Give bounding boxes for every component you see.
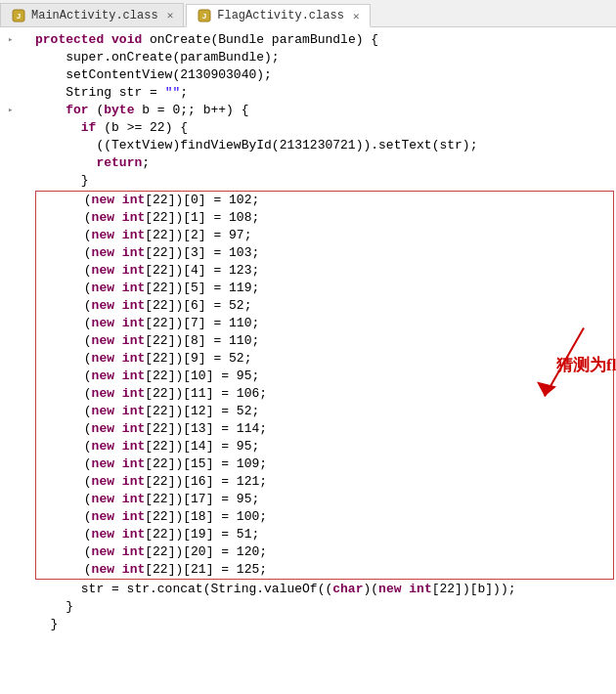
code-line-16: (new int[22])[6] = 52; bbox=[36, 297, 613, 315]
code-line-25: (new int[22])[15] = 109; bbox=[36, 455, 613, 473]
code-line-33: } bbox=[35, 598, 616, 616]
code-line-28: (new int[22])[18] = 100; bbox=[36, 508, 613, 526]
code-line-24: (new int[22])[14] = 95; bbox=[36, 438, 613, 455]
code-line-6: if (b >= 22) { bbox=[35, 119, 616, 137]
line-gutter: ▸ ▸ bbox=[0, 31, 31, 633]
code-line-15: (new int[22])[5] = 119; bbox=[36, 280, 613, 297]
code-line-11: (new int[22])[1] = 108; bbox=[36, 209, 613, 227]
java-class-icon: J bbox=[11, 8, 26, 23]
code-line-7: ((TextView)findViewById(2131230721)).set… bbox=[35, 137, 616, 154]
tab-mainactivity-close[interactable]: ✕ bbox=[167, 9, 174, 22]
code-line-26: (new int[22])[16] = 121; bbox=[36, 473, 613, 491]
code-line-9: } bbox=[35, 172, 616, 190]
code-line-23: (new int[22])[13] = 114; bbox=[36, 420, 613, 438]
tab-flagactivity[interactable]: J FlagActivity.class ✕ bbox=[186, 4, 370, 27]
code-line-17: (new int[22])[7] = 110; bbox=[36, 315, 613, 332]
tab-flagactivity-label: FlagActivity.class bbox=[217, 9, 344, 22]
code-line-29: (new int[22])[19] = 51; bbox=[36, 526, 613, 543]
code-line-1: protected void onCreate(Bundle paramBund… bbox=[35, 31, 616, 49]
code-line-19: (new int[22])[9] = 52; bbox=[36, 350, 613, 368]
boxed-int-section: (new int[22])[0] = 102; (new int[22])[1]… bbox=[35, 191, 614, 580]
code-line-3: setContentView(2130903040); bbox=[35, 66, 616, 84]
code-line-22: (new int[22])[12] = 52; bbox=[36, 403, 613, 420]
code-line-32: str = str.concat(String.valueOf((char)(n… bbox=[35, 581, 616, 598]
fold-marker-2[interactable]: ▸ bbox=[8, 102, 13, 119]
code-line-34: } bbox=[35, 616, 616, 633]
code-line-31: (new int[22])[21] = 125; bbox=[36, 561, 613, 579]
code-line-20: (new int[22])[10] = 95; bbox=[36, 368, 613, 385]
code-content: protected void onCreate(Bundle paramBund… bbox=[31, 31, 616, 633]
tab-mainactivity[interactable]: J MainActivity.class ✕ bbox=[0, 3, 184, 26]
code-line-18: (new int[22])[8] = 110; bbox=[36, 332, 613, 350]
app-window: J MainActivity.class ✕ J FlagActivity.cl… bbox=[0, 0, 616, 694]
code-line-10: (new int[22])[0] = 102; bbox=[36, 192, 613, 209]
code-line-2: super.onCreate(paramBundle); bbox=[35, 49, 616, 66]
svg-text:J: J bbox=[202, 12, 206, 21]
java-class-icon-2: J bbox=[197, 8, 212, 23]
svg-text:J: J bbox=[17, 12, 21, 21]
tab-bar: J MainActivity.class ✕ J FlagActivity.cl… bbox=[0, 0, 616, 27]
code-line-12: (new int[22])[2] = 97; bbox=[36, 227, 613, 244]
code-line-21: (new int[22])[11] = 106; bbox=[36, 385, 613, 403]
code-editor[interactable]: ▸ ▸ bbox=[0, 27, 616, 694]
code-line-8: return; bbox=[35, 154, 616, 172]
code-line-27: (new int[22])[17] = 95; bbox=[36, 491, 613, 508]
code-line-30: (new int[22])[20] = 120; bbox=[36, 543, 613, 561]
code-line-14: (new int[22])[4] = 123; bbox=[36, 262, 613, 280]
code-line-5: for (byte b = 0;; b++) { bbox=[35, 102, 616, 119]
tab-mainactivity-label: MainActivity.class bbox=[31, 9, 158, 22]
code-line-4: String str = ""; bbox=[35, 84, 616, 102]
code-line-13: (new int[22])[3] = 103; bbox=[36, 244, 613, 262]
tab-flagactivity-close[interactable]: ✕ bbox=[353, 10, 360, 22]
fold-marker-1[interactable]: ▸ bbox=[8, 31, 13, 49]
